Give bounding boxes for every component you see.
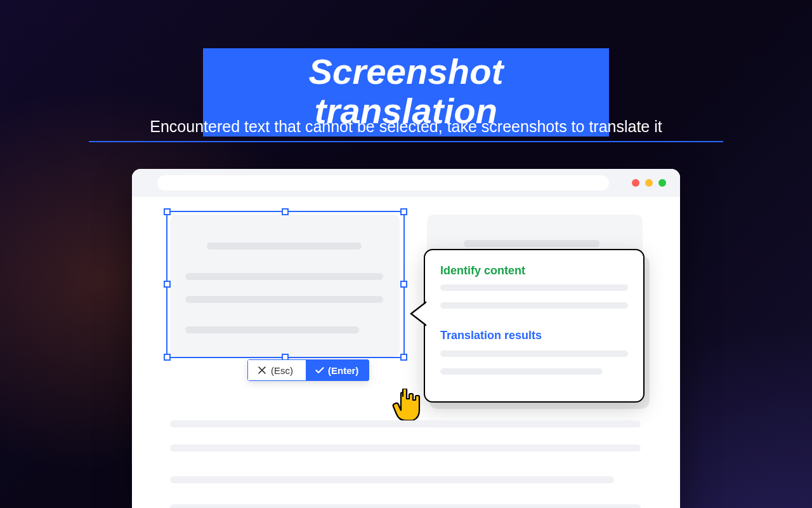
translation-popover: Identify content Translation results [424, 249, 645, 403]
maximize-icon[interactable] [658, 179, 666, 187]
close-icon[interactable] [632, 179, 639, 187]
screenshot-selection[interactable] [166, 211, 405, 358]
browser-mock: (Esc) (Enter) Identify content Translati… [132, 169, 680, 508]
url-bar[interactable] [157, 175, 609, 190]
skeleton-line [440, 351, 628, 357]
selection-toolbar: (Esc) (Enter) [247, 359, 369, 381]
confirm-button[interactable]: (Enter) [306, 359, 369, 381]
skeleton-line [170, 504, 641, 508]
resize-handle[interactable] [282, 208, 289, 215]
resize-handle[interactable] [164, 208, 171, 215]
cancel-button[interactable]: (Esc) [247, 359, 306, 381]
resize-handle[interactable] [400, 281, 407, 288]
x-icon [258, 366, 266, 374]
identify-content-heading: Identify content [440, 264, 525, 277]
skeleton-line [170, 444, 641, 451]
check-icon [315, 366, 324, 374]
resize-handle[interactable] [164, 281, 171, 288]
skeleton-line [440, 302, 628, 309]
minimize-icon[interactable] [645, 179, 653, 187]
window-controls [632, 179, 666, 187]
resize-handle[interactable] [400, 354, 407, 361]
skeleton-line [170, 476, 614, 483]
confirm-label: (Enter) [328, 365, 358, 376]
resize-handle[interactable] [400, 208, 407, 215]
skeleton-line [170, 420, 641, 427]
skeleton-line [440, 284, 628, 291]
cancel-label: (Esc) [271, 365, 293, 376]
skeleton-line [440, 368, 603, 375]
browser-titlebar [132, 169, 680, 197]
page-subtitle: Encountered text that cannot be selected… [89, 117, 723, 142]
browser-content: (Esc) (Enter) Identify content Translati… [151, 207, 661, 508]
skeleton-line [464, 240, 599, 247]
resize-handle[interactable] [164, 354, 171, 361]
translation-results-heading: Translation results [440, 329, 542, 342]
